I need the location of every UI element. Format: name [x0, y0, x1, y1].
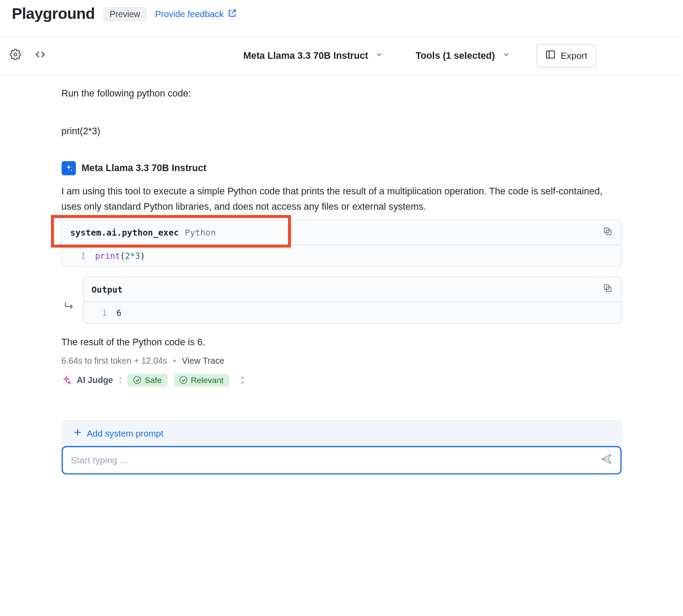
output-value: 6	[116, 308, 121, 318]
check-circle-icon	[133, 376, 141, 384]
model-selector-label: Meta Llama 3.3 70B Instruct	[243, 50, 368, 61]
plus-icon	[72, 428, 82, 439]
code-token: 3	[135, 251, 140, 261]
svg-point-0	[14, 53, 17, 56]
export-label: Export	[561, 50, 587, 61]
export-button[interactable]: Export	[536, 44, 596, 68]
tool-output-block: Output 1 6	[83, 277, 621, 324]
header: Playground Preview Provide feedback	[0, 0, 683, 37]
code-token: 2	[125, 251, 130, 261]
line-number: 1	[83, 308, 117, 318]
code-token: (	[120, 251, 125, 261]
feedback-label: Provide feedback	[155, 9, 223, 19]
copy-button[interactable]	[602, 226, 612, 239]
tools-selector[interactable]: Tools (1 selected)	[413, 47, 513, 65]
assistant-model-name: Meta Llama 3.3 70B Instruct	[82, 163, 207, 174]
output-indent-arrow-icon	[61, 277, 77, 324]
code-token: print	[95, 251, 120, 261]
settings-button[interactable]	[7, 47, 24, 64]
chevron-down-icon	[502, 50, 510, 61]
ai-judge-label: AI Judge	[77, 376, 113, 385]
toolbar: Meta Llama 3.3 70B Instruct Tools (1 sel…	[0, 37, 683, 75]
timing-text: 6.64s to first token + 12.04s	[61, 356, 167, 365]
copy-button[interactable]	[602, 283, 612, 296]
assistant-header: Meta Llama 3.3 70B Instruct	[61, 161, 622, 175]
expand-toggle[interactable]	[239, 376, 246, 385]
tool-call-code: 1 print(2*3)	[62, 245, 621, 267]
gear-icon	[10, 49, 22, 63]
external-link-icon	[227, 8, 237, 20]
check-circle-icon	[180, 376, 187, 384]
output-label: Output	[92, 285, 123, 294]
tool-call-language: Python	[185, 228, 216, 238]
add-system-prompt-button[interactable]: Add system prompt	[72, 428, 610, 439]
judge-chip-relevant: Relevant	[174, 374, 230, 387]
ai-judge-row: AI Judge : Safe Relevant	[61, 374, 622, 387]
response-meta: 6.64s to first token + 12.04s • View Tra…	[61, 356, 622, 365]
tools-selector-label: Tools (1 selected)	[416, 50, 495, 61]
preview-badge: Preview	[103, 7, 147, 21]
view-trace-link[interactable]: View Trace	[182, 356, 224, 365]
message-input[interactable]	[71, 455, 600, 466]
send-button[interactable]	[600, 453, 612, 467]
chevron-down-icon	[375, 50, 384, 61]
page-title: Playground	[12, 5, 95, 23]
code-token: *	[130, 251, 135, 261]
code-panel-button[interactable]	[32, 47, 49, 64]
model-selector[interactable]: Meta Llama 3.3 70B Instruct	[241, 47, 386, 65]
code-icon	[35, 49, 46, 62]
chip-label: Relevant	[191, 376, 224, 385]
separator-dot: •	[173, 356, 176, 365]
feedback-link[interactable]: Provide feedback	[155, 8, 237, 20]
assistant-result: The result of the Python code is 6.	[61, 335, 622, 350]
add-system-prompt-label: Add system prompt	[87, 428, 163, 438]
line-number: 1	[62, 251, 95, 261]
user-message-line: print(2*3)	[61, 124, 622, 139]
user-message: Run the following python code: print(2*3…	[61, 86, 622, 139]
tool-call-header: system.ai.python_exec Python	[62, 221, 621, 246]
svg-rect-1	[546, 51, 554, 58]
sparkle-icon	[61, 376, 71, 385]
assistant-message: I am using this tool to execute a simple…	[61, 184, 622, 214]
user-message-line: Run the following python code:	[61, 86, 622, 101]
code-token: )	[140, 251, 145, 261]
tool-call-block: system.ai.python_exec Python 1 print(2*3…	[61, 220, 622, 267]
chip-label: Safe	[145, 376, 162, 385]
layout-icon	[545, 49, 556, 62]
system-prompt-bar: Add system prompt	[61, 420, 622, 446]
colon: :	[119, 375, 122, 386]
composer	[61, 446, 622, 475]
tool-call-function: system.ai.python_exec	[70, 228, 179, 238]
sparkle-icon	[61, 161, 75, 175]
judge-chip-safe: Safe	[128, 374, 168, 387]
